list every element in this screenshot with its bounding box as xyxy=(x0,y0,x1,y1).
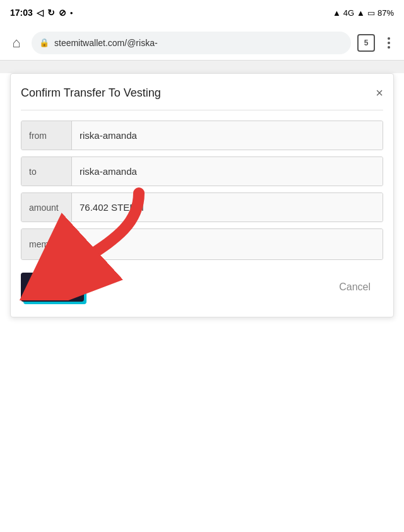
page-content: Confirm Transfer To Vesting × from riska… xyxy=(0,73,404,532)
memo-label: memo xyxy=(21,229,72,259)
close-button[interactable]: × xyxy=(376,86,383,99)
time-display: 17:03 xyxy=(10,8,33,18)
browser-menu-icon[interactable] xyxy=(381,37,396,49)
amount-row: amount 76.402 STEEM xyxy=(21,192,383,222)
dialog-title: Confirm Transfer To Vesting xyxy=(21,86,161,100)
signal-icon2: ▲ xyxy=(357,8,365,18)
from-row: from riska-amanda xyxy=(21,121,383,150)
confirm-transfer-dialog: Confirm Transfer To Vesting × from riska… xyxy=(10,73,394,317)
dialog-header: Confirm Transfer To Vesting × xyxy=(21,86,383,100)
navigation-icon: ◁ xyxy=(37,8,44,18)
tab-count[interactable]: 5 xyxy=(357,34,375,52)
lock-icon: 🔒 xyxy=(39,38,49,47)
dot-icon: ● xyxy=(70,10,73,16)
url-text: steemitwallet.com/@riska- xyxy=(54,38,158,48)
sync-icon: ↻ xyxy=(47,8,55,18)
ok-button[interactable]: Ok xyxy=(21,273,84,302)
to-value: riska-amanda xyxy=(72,157,383,186)
network-type: 4G xyxy=(343,8,354,18)
dialog-buttons: Ok Cancel xyxy=(21,273,383,302)
home-icon[interactable]: ⌂ xyxy=(8,34,25,52)
to-row: to riska-amanda xyxy=(21,157,383,186)
amount-value: 76.402 STEEM xyxy=(72,193,383,222)
status-right-area: ▲ 4G ▲ ▭ 87% xyxy=(333,8,394,18)
from-label: from xyxy=(21,121,72,150)
signal-bars-icon: ▲ xyxy=(333,8,341,18)
battery-level: 87% xyxy=(377,8,394,18)
memo-row: memo xyxy=(21,228,383,260)
address-bar[interactable]: 🔒 steemitwallet.com/@riska- xyxy=(32,32,351,54)
cancel-button[interactable]: Cancel xyxy=(326,273,383,302)
status-bar: 17:03 ◁ ↻ ⊘ ● ▲ 4G ▲ ▭ 87% xyxy=(0,0,404,25)
status-time-area: 17:03 ◁ ↻ ⊘ ● xyxy=(10,8,73,18)
blocked-icon: ⊘ xyxy=(59,8,66,18)
memo-value xyxy=(72,229,383,259)
to-label: to xyxy=(21,157,72,186)
browser-bar: ⌂ 🔒 steemitwallet.com/@riska- 5 xyxy=(0,25,404,61)
from-value: riska-amanda xyxy=(72,121,383,150)
battery-icon: ▭ xyxy=(367,8,375,18)
amount-label: amount xyxy=(21,193,72,222)
dialog-divider xyxy=(21,110,383,110)
